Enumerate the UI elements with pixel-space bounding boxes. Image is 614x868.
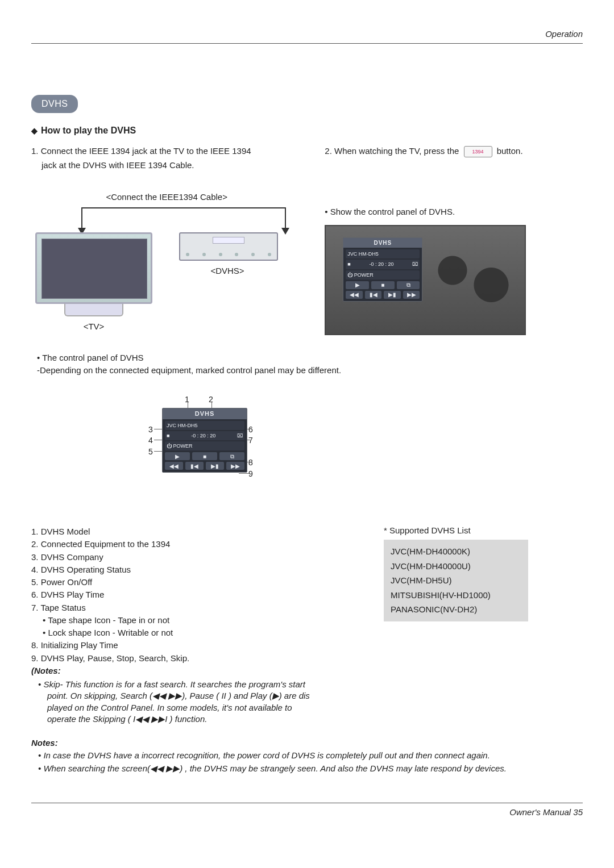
- control-panel-note: • The control panel of DVHS -Depending o…: [31, 352, 583, 377]
- play-button[interactable]: ▶: [346, 281, 369, 289]
- rewind-button-big[interactable]: ◀◀: [165, 462, 183, 470]
- dvhs-badge: DVHS: [31, 95, 78, 113]
- li-9: 9. DVHS Play, Pause, Stop, Search, Skip.: [31, 653, 350, 664]
- cable-line: [81, 207, 286, 232]
- legend-7: 7: [248, 435, 253, 446]
- li-8: 8. Initializing Play Time: [31, 640, 350, 651]
- bottom-note-1: • In case the DVHS have a incorrect reco…: [38, 750, 583, 761]
- panel-model-big: JVC HM-DH5: [167, 422, 198, 429]
- page-footer: Owner's Manual 35: [31, 807, 583, 818]
- panel-model: JVC HM-DH5: [347, 251, 379, 257]
- model-row: MITSUBISHI(HV-HD1000): [391, 588, 521, 603]
- step-2-suffix: button.: [497, 146, 523, 156]
- legend-3: 3: [148, 424, 153, 435]
- model-row: JVC(HM-DH5U): [391, 573, 521, 588]
- tv-illustration: <TV>: [31, 232, 156, 318]
- legend-5: 5: [148, 446, 153, 457]
- forward-button[interactable]: ▶▶: [403, 291, 420, 299]
- tape-icon-big: ⌧: [237, 432, 243, 439]
- status-icon: ■: [347, 261, 350, 268]
- top-rule: [31, 43, 583, 44]
- step-2-prefix: 2. When watching the TV, press the: [325, 146, 459, 156]
- bottom-notes: Notes: • In case the DVHS have a incorre…: [31, 737, 583, 774]
- panel-title-big: DVHS: [163, 408, 247, 419]
- footer-rule: [31, 803, 583, 803]
- legend-9: 9: [248, 469, 253, 479]
- index-button-big[interactable]: ⧉: [219, 452, 244, 460]
- legend-diagram: 1 2 3 4 5 6 7 8 9 DVHS JVC HM-DH5 ■ -0 :…: [122, 394, 293, 514]
- legend-6: 6: [248, 424, 253, 435]
- heading: ◆How to play the DVHS: [31, 124, 583, 137]
- skip-note-2: point. On skipping, Search (◀◀ ▶▶), Paus…: [47, 690, 350, 702]
- dvhs-label: <DVHS>: [179, 265, 276, 277]
- model-row: JVC(HM-DH40000K): [391, 544, 521, 559]
- legend-1: 1: [185, 394, 189, 405]
- li-2: 2. Connected Equipment to the 1394: [31, 539, 350, 550]
- panel-title: DVHS: [343, 238, 422, 248]
- step-2: 2. When watching the TV, press the 1394 …: [325, 145, 583, 157]
- prev-button[interactable]: ▮◀: [365, 291, 382, 299]
- prev-button-big[interactable]: ▮◀: [185, 462, 204, 470]
- li-1: 1. DVHS Model: [31, 526, 350, 537]
- supported-models-box: JVC(HM-DH40000K) JVC(HM-DH40000U) JVC(HM…: [384, 540, 528, 621]
- connection-diagram: <Connect the IEEE1394 Cable> <TV> <DVHS>: [31, 191, 302, 318]
- supported-header: * Supported DVHS List: [384, 525, 583, 536]
- cable-title: <Connect the IEEE1394 Cable>: [31, 191, 302, 203]
- li-4: 4. DVHS Operating Status: [31, 564, 350, 575]
- skip-note-4: operate the Skipping ( I◀◀ ▶▶I ) functio…: [47, 713, 350, 725]
- heading-text: How to play the DVHS: [41, 126, 136, 135]
- li-6: 6. DVHS Play Time: [31, 589, 350, 600]
- li-3: 3. DVHS Company: [31, 552, 350, 563]
- bottom-notes-title: Notes:: [31, 737, 583, 749]
- li-7a: • Tape shape Icon - Tape in or not: [43, 615, 350, 626]
- panel-time: -0 : 20 : 20: [370, 261, 394, 268]
- tape-icon: ⌧: [412, 261, 418, 268]
- power-row-big[interactable]: ⏻ POWER: [167, 443, 193, 449]
- dvhs-illustration: <DVHS>: [179, 232, 276, 277]
- skip-note-3: played on the Control Panel. In some mod…: [47, 702, 350, 713]
- show-panel-note: • Show the control panel of DVHS.: [325, 206, 583, 218]
- model-row: PANASONIC(NV-DH2): [391, 602, 521, 617]
- stop-button[interactable]: ■: [371, 281, 395, 289]
- next-button-big[interactable]: ▶▮: [206, 462, 224, 470]
- rewind-button[interactable]: ◀◀: [346, 291, 363, 299]
- cp-note-1: • The control panel of DVHS: [37, 352, 583, 364]
- legend-4: 4: [148, 435, 153, 446]
- cp-note-2: -Depending on the connected equipment, m…: [37, 365, 583, 376]
- section-label: Operation: [31, 28, 583, 40]
- index-button[interactable]: ⧉: [397, 281, 420, 289]
- li-5: 5. Power On/Off: [31, 577, 350, 588]
- next-button[interactable]: ▶▮: [384, 291, 401, 299]
- forward-button-big[interactable]: ▶▶: [226, 462, 244, 470]
- remote-1394-button[interactable]: 1394: [464, 146, 492, 157]
- osd-panel-legend: DVHS JVC HM-DH5 ■ -0 : 20 : 20 ⌧ ⏻ POWER…: [162, 408, 247, 473]
- legend-8: 8: [248, 457, 253, 468]
- play-button-big[interactable]: ▶: [165, 452, 190, 460]
- step-1-line2: jack at the DVHS with IEEE 1394 Cable.: [42, 160, 302, 171]
- osd-panel-small: DVHS JVC HM-DH5 ■ -0 : 20 : 20 ⌧ ⏻ POWER…: [343, 237, 422, 302]
- inline-notes-label: (Notes:: [31, 665, 350, 677]
- step-1-line1: 1. Connect the IEEE 1394 jack at the TV …: [31, 145, 302, 157]
- panel-time-big: -0 : 20 : 20: [191, 432, 215, 439]
- power-row[interactable]: ⏻ POWER: [347, 272, 374, 278]
- model-row: JVC(HM-DH40000U): [391, 559, 521, 574]
- tv-screenshot: DVHS JVC HM-DH5 ■ -0 : 20 : 20 ⌧ ⏻ POWER…: [325, 225, 526, 335]
- skip-note-1: • Skip- This function is for a fast sear…: [38, 679, 350, 690]
- stop-button-big[interactable]: ■: [192, 452, 217, 460]
- li-7: 7. Tape Status: [31, 602, 350, 614]
- bottom-note-2: • When searching the screen(◀◀ ▶▶) , the…: [38, 763, 583, 774]
- status-icon-big: ■: [167, 432, 169, 439]
- supported-list: * Supported DVHS List JVC(HM-DH40000K) J…: [384, 525, 583, 621]
- li-7b: • Lock shape Icon - Writable or not: [43, 627, 350, 639]
- tv-label: <TV>: [31, 321, 156, 332]
- legend-list: 1. DVHS Model 2. Connected Equipment to …: [31, 525, 350, 725]
- legend-2: 2: [209, 394, 213, 405]
